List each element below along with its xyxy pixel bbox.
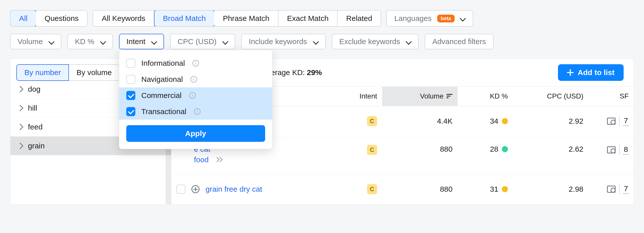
intent-option-label: Informational: [141, 59, 185, 68]
cell-intent: C: [327, 139, 382, 161]
languages-dropdown[interactable]: Languages beta: [386, 10, 473, 27]
plus-icon: [567, 69, 574, 76]
intent-option-label: Navigational: [141, 75, 183, 84]
chevron-down-icon: [460, 16, 465, 21]
checkbox-checked-icon: [126, 107, 135, 116]
add-to-list-button[interactable]: Add to list: [558, 64, 624, 81]
difficulty-dot-icon: [502, 118, 508, 124]
cell-volume: 880: [382, 179, 458, 199]
results-panel: By number By volume dog 5,285 hill 5,099…: [10, 58, 634, 205]
info-icon[interactable]: i: [190, 76, 197, 83]
filter-advanced-label: Advanced filters: [432, 37, 486, 46]
intent-option-navigational[interactable]: Navigational i: [119, 71, 272, 87]
tab-exact-match[interactable]: Exact Match: [278, 11, 338, 26]
sf-value: 7: [623, 116, 629, 126]
col-volume[interactable]: Volume: [382, 87, 458, 106]
cell-kd: 28: [458, 139, 513, 159]
intent-badge-commercial: C: [367, 116, 377, 126]
match-type-tabs: All Keywords Broad Match Phrase Match Ex…: [93, 10, 381, 27]
intent-option-label: Transactional: [141, 107, 186, 116]
intent-dropdown: Informational i Navigational i Commercia…: [119, 50, 272, 149]
chevron-right-icon: [17, 86, 23, 92]
sf-value: 8: [623, 145, 629, 155]
checkbox-checked-icon: [126, 91, 135, 100]
chevron-right-icon: [17, 105, 23, 111]
difficulty-dot-icon: [502, 186, 508, 192]
beta-badge: beta: [437, 15, 455, 22]
keyword-link-fragment[interactable]: food: [194, 155, 209, 164]
checkbox-icon: [126, 59, 135, 68]
table-row: grain free dry cat C 880 31 2.98 7: [171, 174, 634, 204]
info-icon[interactable]: i: [194, 108, 200, 115]
chevron-down-icon: [100, 39, 105, 44]
tab-questions[interactable]: Questions: [36, 11, 87, 26]
double-chevron-icon[interactable]: [215, 157, 223, 163]
tab-phrase-match[interactable]: Phrase Match: [214, 11, 278, 26]
filter-volume[interactable]: Volume: [10, 34, 61, 49]
chevron-down-icon: [223, 39, 228, 44]
tab-all-keywords[interactable]: All Keywords: [93, 11, 154, 26]
difficulty-dot-icon: [502, 146, 508, 152]
keyword-group-name: grain: [28, 142, 115, 150]
cell-volume: 4.4K: [382, 111, 458, 131]
filter-intent[interactable]: Intent: [119, 34, 164, 49]
intent-badge-commercial: C: [367, 145, 377, 155]
filter-volume-label: Volume: [18, 37, 43, 46]
serp-icon[interactable]: [607, 118, 616, 125]
tab-all[interactable]: All: [10, 10, 36, 27]
chevron-down-icon: [49, 39, 54, 44]
info-icon[interactable]: i: [192, 60, 199, 66]
serp-icon[interactable]: [607, 146, 616, 153]
chevron-down-icon: [151, 39, 156, 44]
cell-cpc: 2.98: [513, 179, 588, 199]
filter-exclude-label: Exclude keywords: [339, 37, 400, 46]
kd-value: 31: [490, 185, 498, 193]
cell-keyword: grain free dry cat: [171, 179, 327, 200]
col-kd[interactable]: KD %: [458, 87, 513, 106]
filter-advanced[interactable]: Advanced filters: [425, 34, 493, 49]
add-to-list-label: Add to list: [578, 68, 615, 77]
filter-intent-label: Intent: [127, 37, 145, 46]
filter-kd-label: KD %: [75, 37, 94, 46]
row-checkbox[interactable]: [176, 185, 185, 194]
cell-sf: 8: [588, 139, 634, 161]
cell-cpc: 2.92: [513, 111, 588, 131]
filter-type-tabs: All Questions: [10, 10, 88, 27]
sidebar-tab-by-number[interactable]: By number: [16, 64, 69, 81]
filter-row: Volume KD % Intent Informational i Navig…: [10, 34, 634, 49]
tab-broad-match[interactable]: Broad Match: [154, 10, 215, 27]
info-icon[interactable]: i: [189, 92, 196, 99]
keyword-link[interactable]: grain free dry cat: [206, 185, 262, 193]
intent-option-informational[interactable]: Informational i: [119, 55, 272, 71]
chevron-down-icon: [313, 39, 318, 44]
col-intent[interactable]: Intent: [327, 87, 382, 106]
filter-exclude-keywords[interactable]: Exclude keywords: [332, 34, 419, 49]
col-volume-label: Volume: [420, 92, 444, 100]
col-sf[interactable]: SF: [588, 87, 634, 106]
keyword-group-name: hill: [28, 104, 115, 112]
checkbox-icon: [126, 75, 135, 84]
sidebar-tab-by-volume[interactable]: By volume: [69, 64, 120, 81]
filter-kd[interactable]: KD %: [67, 34, 113, 49]
cell-sf: 7: [588, 110, 634, 132]
add-keyword-icon[interactable]: [191, 185, 199, 193]
filter-cpc[interactable]: CPC (USD): [170, 34, 235, 49]
apply-button[interactable]: Apply: [126, 125, 265, 142]
intent-option-label: Commercial: [141, 91, 182, 100]
intent-badge-commercial: C: [367, 184, 377, 194]
intent-option-commercial[interactable]: Commercial i: [119, 87, 272, 104]
filter-include-keywords[interactable]: Include keywords: [241, 34, 326, 49]
sf-value: 7: [623, 184, 629, 194]
keyword-group-name: dog: [28, 85, 115, 93]
tab-related[interactable]: Related: [338, 11, 381, 26]
cell-kd: 31: [458, 179, 513, 199]
chevron-right-icon: [17, 143, 23, 149]
cell-sf: 7: [588, 178, 634, 200]
kd-value: 28: [490, 145, 498, 153]
serp-icon[interactable]: [607, 186, 616, 193]
col-cpc[interactable]: CPC (USD): [513, 87, 588, 106]
chevron-down-icon: [406, 39, 411, 44]
keyword-group-name: feed: [28, 123, 115, 131]
cell-intent: C: [327, 110, 382, 132]
intent-option-transactional[interactable]: Transactional i: [119, 104, 272, 120]
